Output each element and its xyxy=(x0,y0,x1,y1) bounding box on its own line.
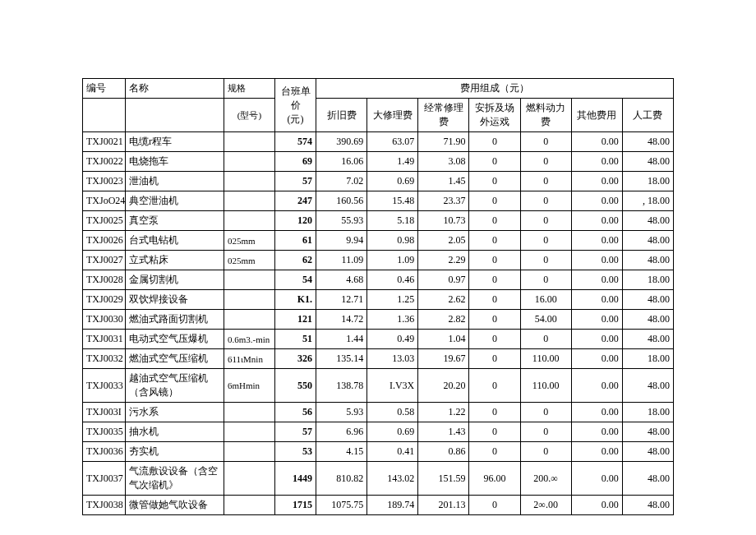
cell-f7: 48.00 xyxy=(622,462,673,496)
cell-price: 51 xyxy=(275,330,316,349)
cell-id: TXJ0032 xyxy=(83,349,126,369)
cell-name: 真空泵 xyxy=(126,211,224,231)
cell-f1: 390.69 xyxy=(316,132,367,152)
cell-f5: 16.00 xyxy=(520,290,571,310)
cell-f6: 0.00 xyxy=(571,310,622,330)
cell-f1: 138.78 xyxy=(316,369,367,403)
cell-price: 550 xyxy=(275,369,316,403)
cell-id: TXJ0028 xyxy=(83,270,126,290)
cell-f5: 0 xyxy=(520,442,571,462)
cell-f1: 6.96 xyxy=(316,422,367,442)
cell-f2: 0.46 xyxy=(367,270,418,290)
cell-f4: 0 xyxy=(469,422,520,442)
table-row: TXJ0033越油式空气压缩机（含风镜）6mHmin550138.78I.V3X… xyxy=(83,369,674,403)
cell-f5: 0 xyxy=(520,172,571,191)
header-f4: 安拆及场外运戏 xyxy=(469,99,520,132)
cell-spec: 611ιMnin xyxy=(224,349,275,369)
cell-f2: 1.25 xyxy=(367,290,418,310)
cell-f7: 18.00 xyxy=(622,270,673,290)
header-id: 编号 xyxy=(83,79,126,99)
cell-price: 61 xyxy=(275,231,316,251)
cell-name: 电缆r程车 xyxy=(126,132,224,152)
table-row: TXJ0030燃油式路面切割机12114.721.362.82054.000.0… xyxy=(83,310,674,330)
cell-price: K1. xyxy=(275,290,316,310)
table-row: TXJ0038微管做她气吹设备17151075.75189.74201.1302… xyxy=(83,496,674,515)
table-row: TXJ0029双饮焊接设备K1.12.711.252.62016.000.004… xyxy=(83,290,674,310)
cell-f4: 0 xyxy=(469,369,520,403)
cell-f4: 0 xyxy=(469,152,520,172)
cell-name: 微管做她气吹设备 xyxy=(126,496,224,515)
cell-f7: 18.00 xyxy=(622,172,673,191)
cell-f5: 110.00 xyxy=(520,369,571,403)
cell-spec: 025mm xyxy=(224,231,275,251)
cell-f5: 0 xyxy=(520,403,571,422)
header-f3: 经常修理费 xyxy=(418,99,469,132)
cell-f3: 1.22 xyxy=(418,403,469,422)
cell-f2: 63.07 xyxy=(367,132,418,152)
cell-f3: 0.86 xyxy=(418,442,469,462)
cell-price: 1715 xyxy=(275,496,316,515)
cost-table: 编号 名称 规格 台班单价 (元) 费用组成（元） (型号) 折旧费 大修理费 … xyxy=(82,78,674,515)
cell-name: 抽水机 xyxy=(126,422,224,442)
cell-f4: 0 xyxy=(469,211,520,231)
cell-f6: 0.00 xyxy=(571,132,622,152)
cell-f2: 0.58 xyxy=(367,403,418,422)
cell-f3: 2.62 xyxy=(418,290,469,310)
cell-f3: 1.04 xyxy=(418,330,469,349)
header-name-blank xyxy=(126,99,224,132)
cell-f5: 200.∞ xyxy=(520,462,571,496)
cell-price: 69 xyxy=(275,152,316,172)
table-row: TXJ0021电缆r程车574390.6963.0771.90000.0048.… xyxy=(83,132,674,152)
cell-id: TXJ0035 xyxy=(83,422,126,442)
cell-spec xyxy=(224,403,275,422)
cell-f1: 810.82 xyxy=(316,462,367,496)
cell-f6: 0.00 xyxy=(571,462,622,496)
cell-f3: 2.05 xyxy=(418,231,469,251)
cell-f4: 0 xyxy=(469,231,520,251)
header-id-blank xyxy=(83,99,126,132)
cell-name: 气流敷设设备（含空气次缩机》 xyxy=(126,462,224,496)
cell-f6: 0.00 xyxy=(571,290,622,310)
cell-price: 57 xyxy=(275,422,316,442)
cell-f2: 0.98 xyxy=(367,231,418,251)
cell-spec xyxy=(224,270,275,290)
cell-f1: 135.14 xyxy=(316,349,367,369)
cell-price: 1449 xyxy=(275,462,316,496)
cell-f6: 0.00 xyxy=(571,191,622,211)
cell-f1: 5.93 xyxy=(316,403,367,422)
cell-spec: 6mHmin xyxy=(224,369,275,403)
cell-f1: 7.02 xyxy=(316,172,367,191)
cell-f4: 0 xyxy=(469,251,520,270)
cell-f3: 19.67 xyxy=(418,349,469,369)
cell-name: 金属切割机 xyxy=(126,270,224,290)
header-row-1: 编号 名称 规格 台班单价 (元) 费用组成（元） xyxy=(83,79,674,99)
cell-f1: 16.06 xyxy=(316,152,367,172)
cell-f7: 48.00 xyxy=(622,290,673,310)
cell-f2: 13.03 xyxy=(367,349,418,369)
cell-f5: 0 xyxy=(520,231,571,251)
cell-id: TXJ0022 xyxy=(83,152,126,172)
cell-f3: 1.43 xyxy=(418,422,469,442)
cell-f7: 48.00 xyxy=(622,422,673,442)
cell-f1: 11.09 xyxy=(316,251,367,270)
header-group: 费用组成（元） xyxy=(316,79,674,99)
cell-f7: 48.00 xyxy=(622,231,673,251)
cell-f7: 48.00 xyxy=(622,251,673,270)
cell-name: 台式电钻机 xyxy=(126,231,224,251)
table-body: TXJ0021电缆r程车574390.6963.0771.90000.0048.… xyxy=(83,132,674,515)
cell-f4: 0 xyxy=(469,191,520,211)
cell-id: TXJ0037 xyxy=(83,462,126,496)
cell-spec xyxy=(224,211,275,231)
cell-f4: 0 xyxy=(469,270,520,290)
cell-f4: 0 xyxy=(469,290,520,310)
cell-f7: 48.00 xyxy=(622,330,673,349)
cell-f2: I.V3X xyxy=(367,369,418,403)
cell-spec xyxy=(224,172,275,191)
cell-name: 越油式空气压缩机（含风镜） xyxy=(126,369,224,403)
cell-name: 典空泄油机 xyxy=(126,191,224,211)
cell-spec xyxy=(224,132,275,152)
cell-name: 夯实机 xyxy=(126,442,224,462)
cell-name: 电动式空气压爆机 xyxy=(126,330,224,349)
header-f2: 大修理费 xyxy=(367,99,418,132)
cell-f1: 14.72 xyxy=(316,310,367,330)
